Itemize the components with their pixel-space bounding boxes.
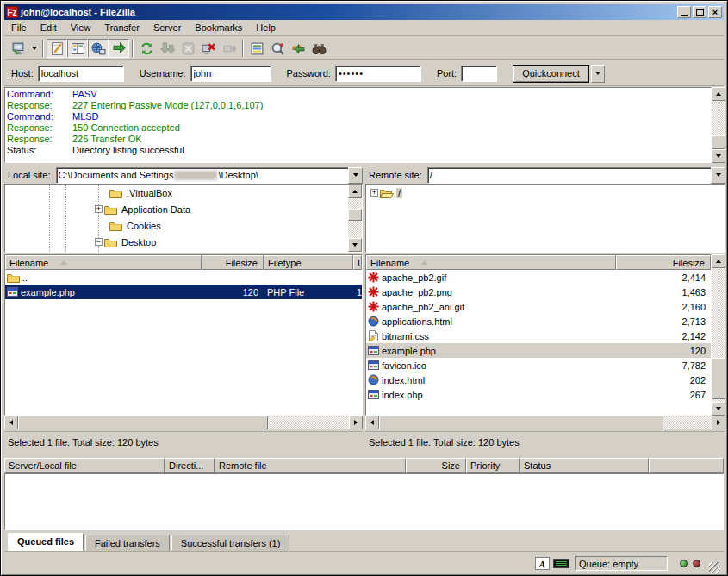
file-row[interactable]: favicon.ico 7,782 (366, 358, 711, 373)
local-list-hscrollbar[interactable] (4, 416, 363, 429)
log-scrollbar[interactable] (712, 87, 725, 163)
scroll-right-button[interactable] (712, 416, 725, 429)
synchronized-browsing-button[interactable] (288, 39, 308, 58)
toggle-transfer-queue-button[interactable] (109, 39, 129, 58)
column-header-filetype[interactable]: Filetype (264, 255, 353, 270)
collapse-icon[interactable]: − (95, 238, 103, 246)
local-tree-scrollbar[interactable] (348, 185, 362, 252)
scroll-thumb[interactable] (712, 358, 725, 399)
toggle-local-tree-button[interactable] (67, 39, 88, 58)
column-header-size[interactable]: Size (406, 458, 466, 473)
scroll-up-button[interactable] (348, 185, 362, 198)
file-row[interactable]: apache_pb2_ani.gif 2,160 (366, 299, 711, 314)
disconnect-button[interactable] (198, 39, 219, 58)
remote-site-combobox[interactable]: / (427, 167, 712, 184)
maximize-button[interactable] (693, 6, 706, 18)
scroll-down-button[interactable] (348, 238, 362, 252)
find-files-button[interactable] (308, 39, 329, 58)
file-row[interactable]: apache_pb2.gif 2,414 (366, 270, 711, 285)
column-header-direction[interactable]: Directi... (165, 458, 215, 473)
toggle-remote-tree-button[interactable] (88, 39, 109, 58)
tab-successful-transfers[interactable]: Successful transfers (1) (171, 535, 290, 551)
scroll-left-button[interactable] (4, 416, 18, 429)
minimize-icon (681, 15, 688, 16)
directory-comparison-button[interactable] (267, 39, 288, 58)
scroll-thumb[interactable] (348, 209, 362, 221)
tree-item-desktop[interactable]: − Desktop (5, 234, 362, 250)
column-header-remote-file[interactable]: Remote file (215, 458, 406, 473)
scroll-thumb[interactable] (712, 135, 725, 149)
file-row[interactable]: index.html 202 (366, 373, 711, 387)
column-header-lastmodified[interactable]: L (353, 255, 362, 270)
local-site-dropdown[interactable] (348, 167, 363, 184)
local-file-list[interactable]: Filename Filesize Filetype L .. example.… (4, 254, 363, 416)
scroll-left-button[interactable] (365, 416, 379, 429)
column-header-server-local-file[interactable]: Server/Local file (4, 458, 165, 473)
directory-listing-filters-button[interactable] (246, 39, 267, 58)
minimize-button[interactable] (677, 6, 691, 18)
message-log[interactable]: Command:PASV Response:227 Entering Passi… (4, 87, 712, 163)
column-header-filesize[interactable]: Filesize (616, 255, 711, 270)
tab-queued-files[interactable]: Queued files (8, 533, 84, 551)
tree-item-cookies[interactable]: Cookies (5, 217, 362, 234)
file-row[interactable]: apache_pb2.png 1,463 (366, 285, 711, 299)
remote-list-scrollbar[interactable] (712, 254, 725, 416)
username-input[interactable] (190, 66, 271, 82)
scroll-down-button[interactable] (712, 402, 725, 416)
file-row[interactable]: applications.html 2,713 (366, 314, 711, 329)
refresh-button[interactable] (136, 39, 157, 58)
scroll-up-button[interactable] (712, 254, 725, 268)
menu-server[interactable]: Server (146, 21, 188, 34)
port-input[interactable] (461, 66, 497, 82)
remote-site-dropdown[interactable] (711, 167, 725, 184)
column-header-filename[interactable]: Filename (5, 255, 202, 270)
file-row[interactable]: bitnami.css 2,142 (366, 329, 711, 343)
file-row-selected[interactable]: example.php 120 (366, 343, 711, 358)
scroll-thumb[interactable] (379, 416, 663, 429)
scroll-down-button[interactable] (712, 149, 725, 163)
expand-icon[interactable]: + (370, 189, 378, 197)
column-header-priority[interactable]: Priority (466, 458, 520, 473)
scroll-thumb[interactable] (18, 416, 268, 429)
toggle-message-log-button[interactable] (47, 39, 67, 58)
menu-view[interactable]: View (64, 21, 98, 34)
file-row-parent-dir[interactable]: .. (5, 270, 362, 285)
password-input[interactable] (335, 66, 421, 82)
expand-icon[interactable]: + (95, 205, 103, 213)
cancel-button[interactable] (177, 39, 198, 58)
site-manager-dropdown[interactable] (28, 39, 40, 58)
site-manager-button[interactable] (8, 39, 28, 58)
tree-item-virtualbox[interactable]: .VirtualBox (5, 185, 362, 201)
menu-edit[interactable]: Edit (34, 21, 64, 34)
menu-transfer[interactable]: Transfer (97, 21, 146, 34)
remote-file-list[interactable]: Filename Filesize apache_pb2.gif 2,414 a… (365, 254, 712, 416)
resize-grip[interactable] (709, 562, 720, 573)
column-header-filesize[interactable]: Filesize (202, 255, 264, 270)
remote-directory-tree[interactable]: + / (365, 184, 725, 253)
tree-item-application-data[interactable]: + Application Data (5, 201, 362, 217)
file-row[interactable]: index.php 267 (366, 387, 711, 402)
quickconnect-button[interactable]: Quickconnect (513, 65, 589, 83)
local-site-combobox[interactable]: C:\Documents and Settings\Desktop\ (56, 167, 349, 184)
menu-help[interactable]: Help (249, 21, 283, 34)
local-directory-tree[interactable]: .VirtualBox + Application Data Cookies −… (4, 184, 363, 253)
speed-limit-indicator-icon[interactable] (553, 559, 569, 568)
close-button[interactable]: × (708, 6, 722, 18)
menu-bookmarks[interactable]: Bookmarks (188, 21, 249, 34)
app-icon[interactable]: Fz (6, 6, 18, 18)
remote-list-hscrollbar[interactable] (365, 416, 725, 429)
tab-failed-transfers[interactable]: Failed transfers (85, 535, 170, 551)
host-input[interactable] (38, 66, 124, 82)
file-row-example-php[interactable]: example.php 120 PHP File 1 (5, 285, 362, 299)
tree-item-root[interactable]: + / (366, 185, 725, 201)
reconnect-button[interactable] (219, 39, 240, 58)
column-header-status[interactable]: Status (520, 458, 649, 473)
queue-body[interactable] (4, 473, 724, 530)
column-header-filename[interactable]: Filename (366, 255, 616, 270)
menu-file[interactable]: File (4, 21, 34, 34)
data-type-indicator-icon[interactable]: A (535, 557, 550, 570)
scroll-right-button[interactable] (349, 416, 363, 429)
scroll-up-button[interactable] (712, 87, 725, 101)
quickconnect-dropdown[interactable] (591, 65, 605, 83)
process-queue-button[interactable] (157, 39, 177, 58)
